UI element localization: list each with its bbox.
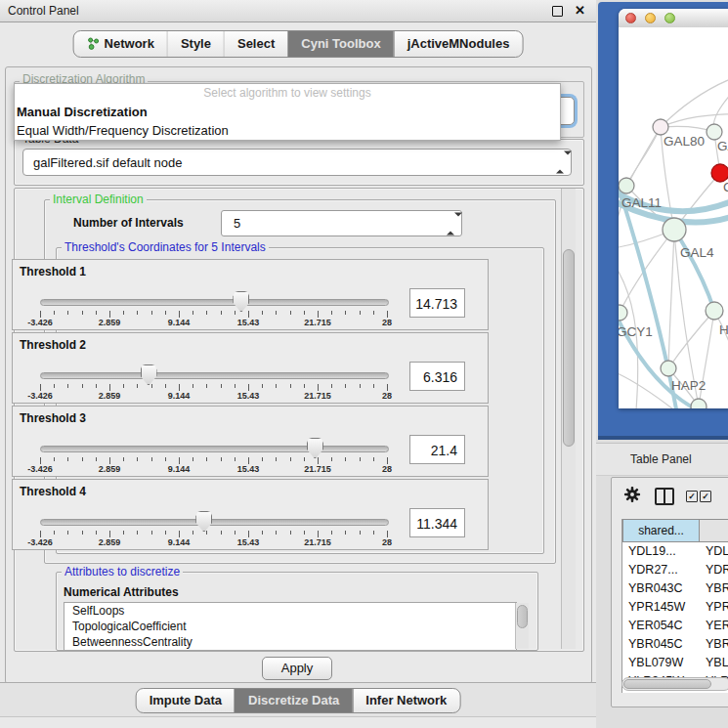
table-cell[interactable]: YIL052C <box>622 691 700 693</box>
table-row[interactable]: YBL079WYBL0 <box>622 654 728 672</box>
screenshot-root: Control Panel ✕ NetworkStyleSelectCyni T… <box>0 0 728 728</box>
table-row[interactable]: YBR043CYBR0 <box>622 579 728 598</box>
table-cell[interactable]: YBR0 <box>700 579 728 598</box>
table-horizontal-scrollbar[interactable] <box>621 677 728 691</box>
table-cell[interactable]: YDL19... <box>622 542 700 561</box>
attributes-scrollbar-thumb[interactable] <box>517 605 528 628</box>
network-view-frame[interactable]: GAL80GALCGAL11GAL4GCY1HHAP2 <box>598 2 728 440</box>
gear-icon[interactable] <box>623 486 641 503</box>
slider-track[interactable] <box>40 372 389 379</box>
threshold-value-field[interactable]: 14.713 <box>409 288 465 318</box>
slider-track[interactable] <box>40 519 389 526</box>
slider-tick-label: 9.144 <box>168 537 191 547</box>
table-row[interactable]: YDL19...YDL1 <box>622 542 728 561</box>
table-row[interactable]: YDR27...YDR2 <box>622 561 728 579</box>
tab-select[interactable]: Select <box>224 31 287 57</box>
settings-vertical-scrollbar[interactable] <box>561 189 576 649</box>
table-cell[interactable]: YDR2 <box>700 561 728 579</box>
tab-infer-network[interactable]: Infer Network <box>352 689 459 712</box>
minimize-traffic-light-icon[interactable] <box>645 13 656 23</box>
network-node-gal4[interactable] <box>663 218 686 241</box>
table-data-combo[interactable]: galFiltered.sif default node <box>22 149 572 176</box>
network-node-gal11[interactable] <box>619 178 634 193</box>
table-cell[interactable]: YPR1 <box>700 598 728 617</box>
tab-jactivemnodules[interactable]: jActiveMNodules <box>394 31 523 57</box>
table-cell[interactable]: YER0 <box>700 617 728 635</box>
attribute-item-topologicalcoefficient[interactable]: TopologicalCoefficient <box>64 619 516 634</box>
threshold-3-panel: Threshold 3-3.4262.8599.14415.4321.71528… <box>12 406 489 477</box>
slider-thumb[interactable] <box>195 511 212 532</box>
network-node-gcy1[interactable] <box>619 305 627 321</box>
table-data-combo-value: galFiltered.sif default node <box>33 150 182 175</box>
attribute-item-selfloops[interactable]: SelfLoops <box>64 603 516 619</box>
checkbox-icon[interactable]: ✓ <box>686 491 698 502</box>
tab-network[interactable]: Network <box>74 31 167 57</box>
network-thick-edge[interactable] <box>674 230 714 311</box>
slider-thumb[interactable] <box>307 438 323 458</box>
network-node-gal80[interactable] <box>653 119 668 135</box>
slider-thumb[interactable] <box>233 291 249 312</box>
table-cell[interactable]: YBR045C <box>622 635 700 654</box>
slider-track[interactable] <box>40 446 389 452</box>
network-icon <box>87 37 100 51</box>
network-node-gal[interactable] <box>707 124 722 140</box>
tab-discretize-data-label: Discretize Data <box>248 689 339 712</box>
table-row[interactable]: YIL052CYIL0 <box>622 691 728 693</box>
settings-scrollbar-thumb[interactable] <box>563 249 575 447</box>
table-cell[interactable]: YDL1 <box>700 542 728 561</box>
slider-thumb[interactable] <box>141 364 157 385</box>
table-row[interactable]: YPR145WYPR1 <box>622 598 728 617</box>
table-cell[interactable]: YBL0 <box>700 654 728 672</box>
attribute-item-betweennesscentrality[interactable]: BetweennessCentrality <box>64 634 516 650</box>
checkbox-icon[interactable]: ✓ <box>700 491 711 502</box>
column-header-na[interactable]: na <box>700 519 728 542</box>
network-canvas[interactable]: GAL80GALCGAL11GAL4GCY1HHAP2 <box>619 27 728 408</box>
network-node-hap2[interactable] <box>661 361 676 376</box>
threshold-value-field[interactable]: 11.344 <box>409 508 465 537</box>
slider-tick-label: -3.426 <box>27 464 53 474</box>
table-cell[interactable]: YPR145W <box>622 598 700 617</box>
table-cell[interactable]: YIL0 <box>700 691 728 693</box>
network-edge[interactable] <box>668 230 674 368</box>
threshold-4-panel: Threshold 4-3.4262.8599.14415.4321.71528… <box>12 479 489 550</box>
table-cell[interactable]: YDR27... <box>622 561 700 579</box>
table-cell[interactable]: YBL079W <box>622 654 700 672</box>
attributes-list-scrollbar[interactable] <box>515 603 529 649</box>
network-node-h[interactable] <box>706 302 723 320</box>
split-columns-icon[interactable] <box>655 488 674 505</box>
slider-tick-label: 9.144 <box>168 318 191 327</box>
float-window-icon[interactable] <box>552 6 563 17</box>
slider-tick-label: 21.715 <box>304 537 331 547</box>
numerical-attributes-list[interactable]: SelfLoopsTopologicalCoefficientBetweenne… <box>64 602 517 651</box>
close-icon[interactable]: ✕ <box>575 0 585 21</box>
network-node-label: GCY1 <box>619 324 653 339</box>
zoom-traffic-light-icon[interactable] <box>664 13 675 23</box>
network-edge[interactable] <box>661 76 728 127</box>
slider-track[interactable] <box>40 299 389 306</box>
tab-impute-data[interactable]: Impute Data <box>137 689 235 712</box>
tab-cyni-toolbox[interactable]: Cyni Toolbox <box>287 31 393 57</box>
algorithm-option-manual[interactable]: Manual Discretization <box>15 103 560 121</box>
apply-button[interactable]: Apply <box>262 657 332 680</box>
network-edge[interactable] <box>620 230 674 313</box>
table-cell[interactable]: YER054C <box>622 617 700 635</box>
tab-discretize-data[interactable]: Discretize Data <box>235 689 352 712</box>
threshold-value-field[interactable]: 6.316 <box>409 362 465 391</box>
table-header-row: shared...na <box>622 519 728 542</box>
table-hscrollbar-thumb[interactable] <box>623 679 711 689</box>
network-node-unlabeled[interactable] <box>691 399 707 408</box>
node-table[interactable]: shared...naYDL19...YDL1YDR27...YDR2YBR04… <box>621 519 728 693</box>
column-header-shared[interactable]: shared... <box>622 519 700 542</box>
table-cell[interactable]: YBR0 <box>700 635 728 654</box>
close-traffic-light-icon[interactable] <box>625 13 636 23</box>
network-edge[interactable] <box>668 311 714 368</box>
threshold-value-field[interactable]: 21.4 <box>409 435 465 464</box>
tab-style[interactable]: Style <box>167 31 224 57</box>
algorithm-option-equal-width[interactable]: Equal Width/Frequency Discretization <box>15 121 560 140</box>
table-cell[interactable]: YBR043C <box>622 579 700 598</box>
table-row[interactable]: YBR045CYBR0 <box>622 635 728 654</box>
network-node-label: C <box>723 180 728 194</box>
number-of-intervals-combo[interactable]: 5 <box>221 210 462 236</box>
table-row[interactable]: YER054CYER0 <box>622 617 728 635</box>
tab-style-label: Style <box>181 31 211 57</box>
